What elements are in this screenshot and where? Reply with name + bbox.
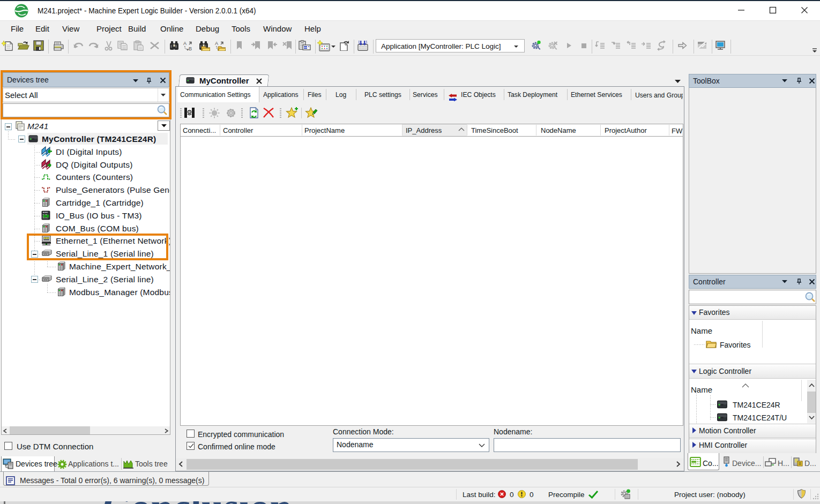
- svg-text:B: B: [189, 46, 192, 51]
- svg-text:A: A: [215, 41, 218, 46]
- svg-text:A: A: [183, 41, 187, 46]
